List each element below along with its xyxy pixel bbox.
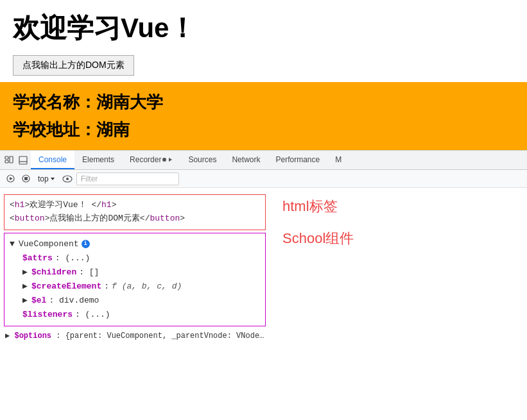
button-content: 点我输出上方的DOM元素 [49,214,139,223]
school-addr: 学校地址：湖南 [13,119,514,141]
eye-button[interactable] [61,172,74,185]
vue-attrs-value: : (...) [55,251,91,265]
play-button[interactable] [4,172,17,185]
button-tag-name: button [15,214,45,223]
h1-end-tagname: h1 [101,200,112,210]
console-output: <h1>欢迎学习Vue！ </h1> <button>点我输出上方的DOM元素<… [0,188,527,367]
vue-listeners-prop: $listeners [22,308,73,322]
vue-info-badge: i [82,240,90,248]
recorder-arrow-icon [168,157,173,162]
html-line-2: <button>点我输出上方的DOM元素</button> [10,212,260,226]
recorder-dot-icon [162,158,166,162]
create-element-expand-arrow[interactable]: ▶ [22,280,29,294]
svg-rect-1 [5,160,8,163]
console-right-labels: html标签 School组件 [270,190,527,344]
h1-tag-name: h1 [15,200,25,210]
options-expand-arrow[interactable]: ▶ [5,332,10,340]
devtools-toolbar: top [0,170,527,188]
tab-elements[interactable]: Elements [74,151,122,169]
orange-section: 学校名称：湖南大学 学校地址：湖南 [0,82,527,150]
vue-expand-arrow[interactable]: ▼ [10,237,16,251]
context-dropdown-icon [50,176,55,181]
devtools-tabs-bar: Console Elements Recorder Sources Networ… [0,151,527,170]
school-name-value: 湖南大学 [96,92,163,112]
tab-sources[interactable]: Sources [180,151,224,169]
vue-children-prop: $children [31,265,76,280]
vue-options-line: ▶ $options : {parent: VueComponent, _par… [0,329,270,344]
vue-attrs-prop: $attrs [22,251,53,265]
tab-performance[interactable]: Performance [268,151,327,169]
tab-network[interactable]: Network [224,151,268,169]
vue-listeners-line: $listeners : (...) [10,308,260,322]
vue-listeners-value: : (...) [75,308,110,322]
context-selector[interactable]: top [35,173,58,185]
h1-end-tag: </ [87,200,101,210]
devtools-panel: Console Elements Recorder Sources Networ… [0,150,527,367]
svg-rect-3 [19,156,27,164]
vue-create-element-value: f (a, b, c, d) [112,280,182,294]
vue-component-box: ▼ VueComponent i $attrs : (...) ▶ [4,233,266,327]
tab-recorder[interactable]: Recorder [122,151,180,169]
context-label: top [38,174,49,183]
vue-el-prop: $el [31,294,46,308]
tab-more[interactable]: M [327,151,349,169]
html-label: html标签 [282,197,527,216]
svg-marker-5 [169,158,172,162]
html-line-1: <h1>欢迎学习Vue！ </h1> [10,199,260,212]
school-name-label: 学校名称： [13,92,96,112]
vue-create-element-colon: : [104,280,109,294]
h1-content: 欢迎学习Vue！ [30,200,86,210]
children-expand-arrow[interactable]: ▶ [22,265,29,280]
vue-attrs-line: $attrs : (...) [10,251,260,265]
devtools-dock-icon[interactable] [17,154,30,167]
svg-rect-0 [5,156,8,159]
h1-open-tag: < [10,200,15,210]
options-prop-name: $options [14,332,51,340]
el-expand-arrow[interactable]: ▶ [22,294,29,308]
vue-children-line: ▶ $children : [] [10,265,260,280]
vue-el-value: : div.demo [49,294,99,308]
main-content: 欢迎学习Vue！ 点我输出上方的DOM元素 [0,0,527,82]
stop-button[interactable] [19,172,32,185]
html-tags-box: <h1>欢迎学习Vue！ </h1> <button>点我输出上方的DOM元素<… [4,194,266,230]
console-left-panel: <h1>欢迎学习Vue！ </h1> <button>点我输出上方的DOM元素<… [0,190,270,344]
filter-input[interactable] [76,172,179,185]
svg-point-12 [66,178,69,180]
svg-rect-2 [10,156,13,163]
school-label: School组件 [282,229,527,248]
dom-output-button[interactable]: 点我输出上方的DOM元素 [13,55,134,76]
vue-create-element-line: ▶ $createElement : f (a, b, c, d) [10,280,260,294]
page-wrapper: 欢迎学习Vue！ 点我输出上方的DOM元素 学校名称：湖南大学 学校地址：湖南 [0,0,527,367]
vue-component-name: VueComponent [19,237,79,251]
tab-console[interactable]: Console [31,151,74,169]
school-addr-value: 湖南 [96,120,130,139]
school-name: 学校名称：湖南大学 [13,91,514,113]
vue-component-header: ▼ VueComponent i [10,237,260,251]
svg-marker-10 [51,178,55,180]
options-value: : {parent: VueComponent, _parentVnode: V… [56,332,270,340]
devtools-cursor-icon[interactable] [3,154,15,167]
vue-create-element-prop: $createElement [31,280,101,294]
vue-children-value: : [] [79,265,99,280]
page-title: 欢迎学习Vue！ [13,10,514,46]
svg-rect-9 [24,177,28,180]
vue-el-line: ▶ $el : div.demo [10,294,260,308]
school-addr-label: 学校地址： [13,120,96,139]
svg-marker-7 [10,177,13,180]
console-area: <h1>欢迎学习Vue！ </h1> <button>点我输出上方的DOM元素<… [0,188,527,346]
